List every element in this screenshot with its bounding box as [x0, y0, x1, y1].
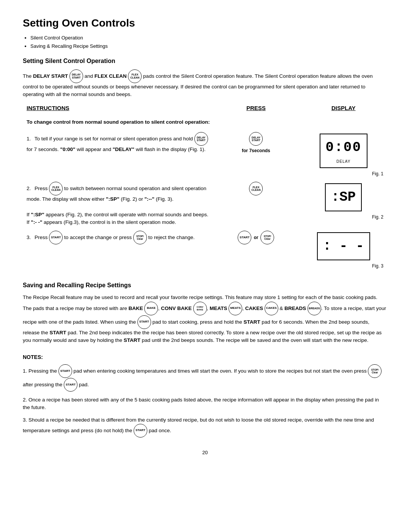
- step3-display: : - - Fig. 3: [300, 228, 387, 272]
- stop-btn-step3: STOP/ Clear: [133, 231, 147, 244]
- stop-btn-note1: STOP/ Clear: [368, 364, 382, 378]
- section-silent-control: Setting Silent Control Operation The DEL…: [23, 57, 387, 272]
- col-header-instructions: INSTRUCTIONS: [23, 102, 212, 116]
- display-digits-fig1: 0:00: [326, 137, 361, 158]
- start-press-icon: START: [238, 231, 251, 244]
- section-saving-recalling: Saving and Recalling Recipe Settings The…: [23, 281, 387, 344]
- fig2-label: Fig. 2: [304, 214, 383, 220]
- bake-btn-icon: BAKE: [144, 302, 158, 315]
- delay-start-press-icon: DELAY START: [249, 132, 263, 146]
- display-fig1: 0:00 DELAY: [320, 134, 367, 168]
- display-fig2: :SP: [325, 183, 362, 211]
- note-item-2: 2. Once a recipe has been stored with an…: [23, 396, 387, 412]
- col-header-display: DISPLAY: [300, 102, 387, 116]
- flex-clean-press-icon: FLEX CLEAN: [249, 182, 263, 195]
- delay-start-btn-step1: DELAY START: [194, 132, 208, 146]
- step2-num: 2.: [27, 186, 31, 191]
- cakes-btn-icon: CAKES: [265, 302, 278, 315]
- note-item-1: 1. Pressing the START pad when entering …: [23, 364, 387, 392]
- fig1-label: Fig. 1: [304, 170, 383, 177]
- note-item-3: 3. Should a recipe be needed that is dif…: [23, 416, 387, 438]
- stop-press-icon: STOP/ Clear: [260, 231, 274, 244]
- display-fig3: : - -: [317, 232, 370, 260]
- section1-heading: Setting Silent Control Operation: [23, 57, 387, 66]
- start-btn-note1b: START: [64, 378, 77, 392]
- step3-instructions: 3. Press START to accept the change or p…: [23, 228, 212, 272]
- page-number: 20: [23, 449, 387, 456]
- breads-btn-icon: BREADS: [308, 302, 321, 315]
- start-btn-note1: START: [58, 364, 72, 378]
- flex-clean-btn-step2: FLEX CLEAN: [49, 182, 63, 195]
- flex-clean-button-icon: FLEX CLEAN: [128, 69, 142, 83]
- table-row-step1: 1. To tell if your range is set for norm…: [23, 130, 387, 179]
- notes-heading: NOTES:: [23, 353, 387, 361]
- section2-heading: Saving and Recalling Recipe Settings: [23, 281, 387, 290]
- section1-intro: The DELAY START DELAY START and FLEX CLE…: [23, 69, 387, 99]
- section2-para: The Recipe Recall feature may be used to…: [23, 294, 387, 344]
- step1-instructions: 1. To tell if your range is set for norm…: [23, 130, 212, 179]
- display-dashes-fig3: : - -: [323, 236, 364, 257]
- step1-press-label: for 7seconds: [242, 147, 270, 154]
- delay-start-button-icon: DELAY START: [69, 69, 83, 83]
- fig3-label: Fig. 3: [304, 263, 383, 269]
- display-label-delay: DELAY: [326, 159, 361, 164]
- table-row-step3: 3. Press START to accept the change or p…: [23, 228, 387, 272]
- instructions-table: INSTRUCTIONS PRESS DISPLAY To change con…: [23, 102, 387, 272]
- step2-press: FLEX CLEAN: [212, 179, 300, 228]
- instructions-subheading: To change control from normal sound oper…: [27, 119, 210, 125]
- step1-press: DELAY START for 7seconds: [212, 130, 300, 179]
- step1-num: 1.: [27, 136, 31, 142]
- or-label: or: [254, 234, 258, 241]
- display-sp-fig2: :SP: [331, 187, 356, 208]
- conv-bake-btn-icon: CONV BAKE: [193, 302, 207, 315]
- meats-btn-icon: MEATS: [229, 302, 242, 315]
- bullet-item-2: Saving & Recalling Recipe Settings: [30, 42, 387, 50]
- step1-display: 0:00 DELAY Fig. 1: [300, 130, 387, 179]
- start-btn-step3: START: [49, 231, 63, 244]
- bullet-list: Silent Control Operation Saving & Recall…: [30, 34, 387, 50]
- col-header-press: PRESS: [212, 102, 300, 116]
- table-row-step2: 2. Press FLEX CLEAN to switch between no…: [23, 179, 387, 228]
- step3-press: START or STOP/ Clear: [212, 228, 300, 272]
- notes-section: NOTES: 1. Pressing the START pad when en…: [23, 353, 387, 438]
- start-btn-section2: START: [137, 315, 151, 329]
- start-btn-note3: START: [134, 424, 147, 438]
- step3-num: 3.: [27, 235, 31, 240]
- page-title: Setting Oven Controls: [23, 15, 387, 31]
- step2-instructions: 2. Press FLEX CLEAN to switch between no…: [23, 179, 212, 228]
- step2-display: :SP Fig. 2: [300, 179, 387, 228]
- bullet-item-1: Silent Control Operation: [30, 34, 387, 42]
